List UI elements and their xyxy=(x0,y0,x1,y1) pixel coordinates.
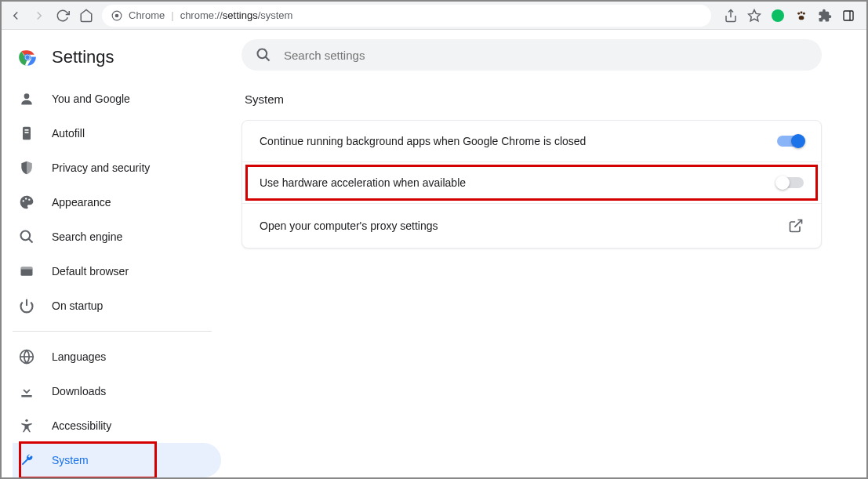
svg-rect-18 xyxy=(25,132,29,133)
row-bg-apps[interactable]: Continue running background apps when Go… xyxy=(242,121,821,161)
autofill-icon xyxy=(19,125,35,141)
svg-point-14 xyxy=(25,55,29,59)
sidebar-item-accessibility[interactable]: Accessibility xyxy=(13,408,221,443)
sidebar-item-label: Search engine xyxy=(52,230,122,243)
sidebar-item-on-startup[interactable]: On startup xyxy=(13,288,221,323)
share-icon[interactable] xyxy=(724,9,738,23)
sidebar-item-label: Default browser xyxy=(52,265,129,278)
svg-rect-9 xyxy=(844,11,853,20)
svg-point-30 xyxy=(25,419,27,422)
svg-line-32 xyxy=(266,57,270,61)
star-icon[interactable] xyxy=(747,9,761,23)
shield-icon xyxy=(19,160,35,176)
toolbar-right xyxy=(719,9,860,23)
row-proxy[interactable]: Open your computer's proxy settings xyxy=(242,203,821,248)
sidebar-item-search-engine[interactable]: Search engine xyxy=(13,220,221,254)
browser-icon xyxy=(19,263,35,279)
url-prefix: Chrome xyxy=(129,9,165,21)
sidebar-item-label: Downloads xyxy=(52,385,106,397)
toggle-hw-accel[interactable] xyxy=(777,177,804,188)
home-button[interactable] xyxy=(78,8,94,24)
svg-point-19 xyxy=(23,200,24,201)
search-input[interactable] xyxy=(284,49,808,62)
sidebar-item-languages[interactable]: Languages xyxy=(13,339,221,374)
chrome-icon xyxy=(111,10,122,21)
row-label: Continue running background apps when Go… xyxy=(260,135,586,147)
svg-line-33 xyxy=(794,220,801,227)
sidebar: Settings You and Google Autofill Privacy… xyxy=(2,30,221,477)
svg-point-5 xyxy=(797,12,800,14)
palette-icon xyxy=(19,194,35,210)
svg-point-15 xyxy=(24,93,30,99)
address-bar[interactable]: Chrome | chrome://settings/system xyxy=(102,5,711,27)
sidebar-item-downloads[interactable]: Downloads xyxy=(13,374,221,408)
svg-point-22 xyxy=(21,231,31,241)
sidebar-item-label: System xyxy=(52,454,89,466)
sidebar-divider xyxy=(13,331,212,332)
sidebar-item-you-and-google[interactable]: You and Google xyxy=(13,82,221,116)
browser-toolbar: Chrome | chrome://settings/system xyxy=(2,2,866,30)
svg-rect-17 xyxy=(25,129,29,131)
search-icon xyxy=(19,229,35,245)
sidebar-item-privacy[interactable]: Privacy and security xyxy=(13,151,221,185)
svg-point-4 xyxy=(772,9,784,22)
svg-line-23 xyxy=(29,239,33,243)
nav-group-1: You and Google Autofill Privacy and secu… xyxy=(13,82,221,323)
person-icon xyxy=(19,91,35,107)
external-link-icon xyxy=(788,218,804,234)
row-hw-accel[interactable]: Use hardware acceleration when available xyxy=(242,161,821,203)
sidebar-item-label: Appearance xyxy=(52,196,111,209)
url-path-rest: /system xyxy=(258,9,293,21)
sidebar-item-appearance[interactable]: Appearance xyxy=(13,185,221,220)
search-settings-box[interactable] xyxy=(242,39,822,71)
reload-button[interactable] xyxy=(55,8,71,24)
wrench-icon xyxy=(19,452,35,468)
extension-green-icon[interactable] xyxy=(771,9,785,23)
svg-point-21 xyxy=(28,199,30,201)
globe-icon xyxy=(19,349,35,365)
sidebar-item-label: Privacy and security xyxy=(52,161,150,174)
main-panel: System Continue running background apps … xyxy=(221,30,866,477)
svg-rect-25 xyxy=(21,267,33,269)
panel-icon[interactable] xyxy=(841,9,855,23)
svg-point-20 xyxy=(25,198,27,199)
page-title: Settings xyxy=(52,47,114,67)
row-label: Use hardware acceleration when available xyxy=(260,176,466,189)
sidebar-item-label: Autofill xyxy=(52,127,85,140)
section-title: System xyxy=(245,93,835,106)
svg-point-8 xyxy=(799,16,804,20)
svg-marker-3 xyxy=(749,9,761,20)
row-label: Open your computer's proxy settings xyxy=(260,220,438,232)
chrome-logo-icon xyxy=(17,47,38,67)
app-title-block: Settings xyxy=(13,42,221,82)
power-icon xyxy=(19,298,35,314)
url-path-bold: settings xyxy=(223,9,258,21)
sidebar-item-label: On startup xyxy=(52,299,103,312)
svg-rect-29 xyxy=(21,395,31,397)
search-icon xyxy=(256,47,271,63)
url-host: chrome:// xyxy=(180,9,223,21)
svg-point-31 xyxy=(258,49,267,59)
sidebar-item-system[interactable]: System xyxy=(13,443,221,477)
forward-button[interactable] xyxy=(31,8,47,24)
sidebar-item-label: Accessibility xyxy=(52,419,111,432)
sidebar-item-default-browser[interactable]: Default browser xyxy=(13,254,221,288)
accessibility-icon xyxy=(19,418,35,434)
extensions-icon[interactable] xyxy=(818,9,832,23)
system-card: Continue running background apps when Go… xyxy=(242,120,822,249)
sidebar-item-label: You and Google xyxy=(52,93,130,105)
sidebar-item-label: Languages xyxy=(52,350,106,363)
svg-point-7 xyxy=(803,12,805,14)
toggle-bg-apps[interactable] xyxy=(777,136,804,147)
back-button[interactable] xyxy=(8,8,24,24)
download-icon xyxy=(19,383,35,399)
svg-point-1 xyxy=(115,13,119,17)
nav-group-2: Languages Downloads Accessibility System xyxy=(13,339,221,477)
extension-paw-icon[interactable] xyxy=(794,9,808,23)
svg-point-6 xyxy=(801,11,803,13)
sidebar-item-autofill[interactable]: Autofill xyxy=(13,116,221,151)
